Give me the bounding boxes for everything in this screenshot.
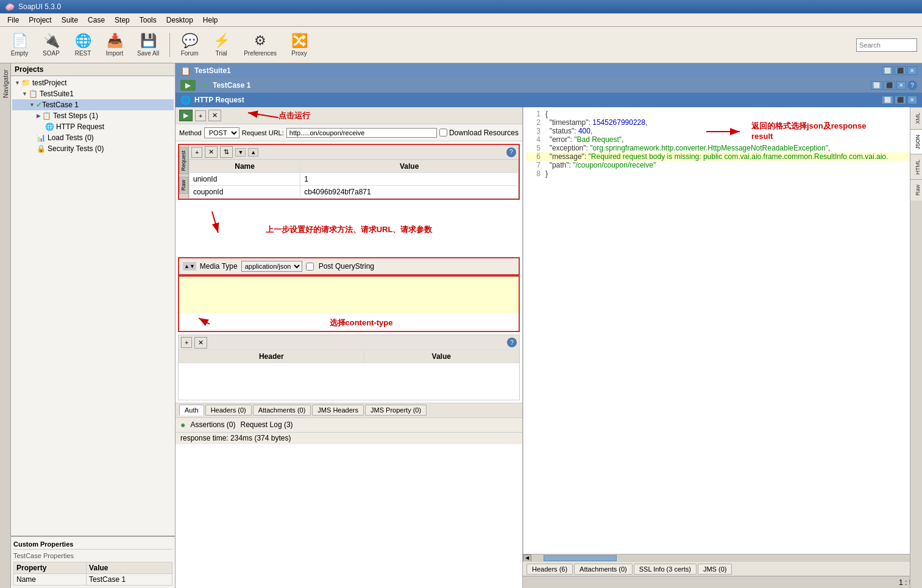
testcase-help-btn[interactable]: ? [907, 80, 917, 90]
line-content-7: "path": "/coupon/coupon/receive" [545, 161, 656, 169]
media-type-select[interactable]: application/json [241, 261, 302, 272]
resp-tab-ssl[interactable]: SSL Info (3 certs) [634, 564, 697, 575]
toolbar-trial-btn[interactable]: ⚡ Trial [207, 30, 236, 60]
tree-node-testcase1[interactable]: ▼ ✔ TestCase 1 [12, 99, 174, 110]
param-name-0[interactable]: unionId [190, 173, 300, 186]
prefs-icon: ⚙ [254, 33, 266, 49]
menu-case[interactable]: Case [83, 15, 110, 26]
line-content-3: "status": 400, [545, 127, 592, 135]
col-property: Property [14, 562, 87, 574]
header-table: Header Value [179, 350, 519, 400]
menu-project[interactable]: Project [24, 15, 56, 26]
assertion-bar: ● Assertions (0) Request Log (3) [176, 417, 522, 432]
http-req-min-btn[interactable]: ⬜ [882, 96, 893, 104]
assertions-label[interactable]: Assertions (0) [190, 420, 235, 429]
tab-html[interactable]: HTML [910, 154, 922, 180]
remove-param-btn[interactable]: ✕ [208, 110, 221, 121]
download-resources-label: Download Resources [439, 129, 519, 137]
add-header-btn[interactable]: + [181, 337, 192, 348]
toolbar-prefs-btn[interactable]: ⚙ Preferences [238, 30, 282, 60]
menu-step[interactable]: Step [110, 15, 135, 26]
toolbar-saveall-btn[interactable]: 💾 Save All [132, 30, 165, 60]
toolbar-proxy-btn[interactable]: 🔀 Proxy [285, 30, 314, 60]
menu-desktop[interactable]: Desktop [161, 15, 198, 26]
content-type-annotation-area: 选择content-type [179, 315, 519, 331]
testcase-play-btn[interactable]: ▶ [180, 80, 196, 91]
tree-node-securitytests[interactable]: 🔒 Security Tests (0) [12, 143, 174, 154]
forum-icon: 💬 [182, 33, 198, 49]
post-querystring-checkbox[interactable] [306, 263, 314, 271]
add-row-btn[interactable]: + [191, 147, 202, 158]
tree-node-loadtests[interactable]: 📊 Load Tests (0) [12, 132, 174, 143]
chevup-btn[interactable]: ▲ [248, 148, 258, 157]
tab-jms-property[interactable]: JMS Property (0) [365, 405, 427, 416]
col-name-header: Name [190, 160, 300, 173]
toolbar-rest-btn[interactable]: 🌐 REST [68, 30, 98, 60]
resp-tab-jms[interactable]: JMS (0) [698, 564, 732, 575]
testsuite-close-btn[interactable]: ✕ [907, 66, 917, 75]
param-name-1[interactable]: couponId [190, 186, 300, 199]
scroll-left-btn[interactable]: ◀ [523, 554, 531, 562]
testcase-max-btn[interactable]: ⬛ [884, 81, 895, 90]
tree-node-teststeps[interactable]: ▶ 📋 Test Steps (1) [12, 110, 174, 121]
toolbar-forum-btn[interactable]: 💬 Forum [175, 30, 204, 60]
http-req-max-btn[interactable]: ⬛ [895, 96, 906, 104]
tab-attachments[interactable]: Attachments (0) [253, 405, 311, 416]
scroll-thumb[interactable] [544, 555, 617, 561]
resp-tab-attachments[interactable]: Attachments (0) [574, 564, 633, 575]
run-button[interactable]: ▶ [179, 110, 193, 121]
body-textarea[interactable] [179, 277, 519, 313]
search-input[interactable] [856, 38, 917, 52]
http-req-close-btn[interactable]: ✕ [907, 96, 917, 104]
testcase-min-btn[interactable]: ⬜ [871, 81, 882, 90]
param-value-0[interactable]: 1 [300, 173, 519, 186]
resp-tab-headers[interactable]: Headers (6) [527, 564, 573, 575]
toolbar-import-btn[interactable]: 📥 Import [100, 30, 129, 60]
rest-icon: 🌐 [75, 33, 91, 49]
prev-step-arrow [188, 205, 236, 242]
tab-jms-headers[interactable]: JMS Headers [312, 405, 364, 416]
testcase-close-btn[interactable]: ✕ [896, 81, 906, 90]
toolbar-empty-btn[interactable]: 📄 Empty [5, 30, 34, 60]
content-area: ▶ + ✕ 点击运行 [176, 107, 922, 588]
sort-btn[interactable]: ⇅ [220, 146, 233, 158]
testsuite-min-btn[interactable]: ⬜ [882, 66, 893, 75]
testcase-title: TestCase 1 [213, 81, 250, 90]
arrow-icon: ▼ [29, 102, 35, 108]
testcase-bar: ▶ ✔ TestCase 1 ⬜ ⬛ ✕ ? [176, 78, 922, 93]
menu-file[interactable]: File [2, 15, 24, 26]
tab-raw[interactable]: Raw [179, 177, 188, 194]
right-area: 📋 TestSuite1 ⬜ ⬛ ✕ ▶ ✔ TestCase 1 ⬜ ⬛ ✕ … [176, 63, 922, 588]
tab-raw[interactable]: Raw [910, 179, 922, 200]
testsuite-max-btn[interactable]: ⬛ [895, 66, 906, 75]
horizontal-scrollbar[interactable]: ◀ ▶ [523, 554, 922, 561]
response-content[interactable]: 1 { 2 "timestamp": 1545267990228, 3 "sta… [523, 107, 922, 554]
del-row-btn[interactable]: ✕ [205, 146, 218, 158]
tab-headers[interactable]: Headers (0) [205, 405, 252, 416]
tree-node-httprequest[interactable]: 🌐 HTTP Request [12, 121, 174, 132]
method-select[interactable]: POST [204, 127, 239, 138]
add-param-btn[interactable]: + [195, 110, 206, 121]
menu-help[interactable]: Help [198, 15, 223, 26]
toolbar-saveall-label: Save All [137, 50, 159, 57]
menu-bar: File Project Suite Case Step Tools Deskt… [0, 13, 922, 27]
download-resources-checkbox[interactable] [439, 129, 447, 136]
header-help-btn[interactable]: ? [507, 338, 517, 347]
tab-json[interactable]: JSON [910, 129, 922, 154]
toolbar-soap-btn[interactable]: 🔌 SOAP [37, 30, 66, 60]
tab-auth[interactable]: Auth [179, 405, 204, 416]
chevdown-btn[interactable]: ▼ [235, 148, 246, 157]
menu-suite[interactable]: Suite [57, 15, 83, 26]
tab-request[interactable]: Request [179, 147, 188, 174]
tab-xml[interactable]: XML [910, 107, 922, 129]
request-log-label[interactable]: Request Log (3) [241, 420, 293, 429]
url-input[interactable] [286, 128, 437, 138]
menu-tools[interactable]: Tools [135, 15, 161, 26]
tree-node-testsuite1[interactable]: ▼ 📋 TestSuite1 [12, 88, 174, 99]
tree-node-testproject[interactable]: ▼ 📁 testProject [12, 77, 174, 88]
col-value: Value [87, 562, 172, 574]
params-help-btn[interactable]: ? [506, 147, 516, 157]
header-empty-cell [179, 363, 519, 400]
param-value-1[interactable]: cb4096b924bf7a871 [300, 186, 519, 199]
del-header-btn[interactable]: ✕ [194, 337, 207, 349]
